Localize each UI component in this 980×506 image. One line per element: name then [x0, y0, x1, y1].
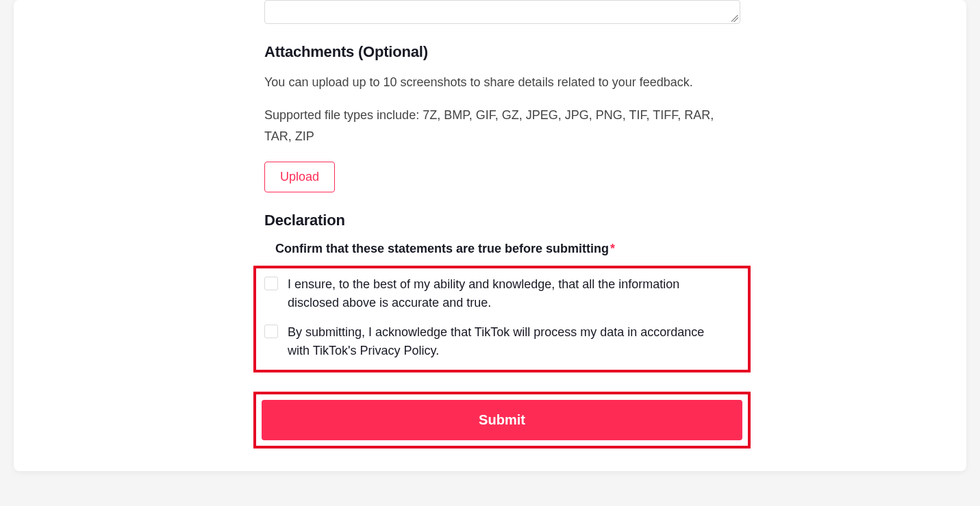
declaration-highlight-box: I ensure, to the best of my ability and …: [253, 266, 751, 372]
feedback-textarea[interactable]: [264, 0, 740, 24]
declaration-statement-1: I ensure, to the best of my ability and …: [288, 275, 726, 312]
attachments-heading: Attachments (Optional): [264, 43, 744, 61]
declaration-confirm-label: Confirm that these statements are true b…: [275, 242, 744, 256]
declaration-confirm-text: Confirm that these statements are true b…: [275, 242, 609, 255]
upload-button[interactable]: Upload: [264, 162, 335, 192]
declaration-statement-2: By submitting, I acknowledge that TikTok…: [288, 323, 726, 360]
declaration-statement-row: By submitting, I acknowledge that TikTok…: [264, 323, 740, 360]
declaration-heading: Declaration: [264, 212, 744, 229]
form-card: Attachments (Optional) You can upload up…: [14, 0, 966, 471]
attachments-helper-text: You can upload up to 10 screenshots to s…: [264, 73, 744, 92]
submit-highlight-box: Submit: [253, 392, 751, 448]
declaration-statement-row: I ensure, to the best of my ability and …: [264, 275, 740, 312]
attachments-supported-text: Supported file types include: 7Z, BMP, G…: [264, 105, 740, 148]
form-content: Attachments (Optional) You can upload up…: [264, 0, 744, 448]
required-asterisk: *: [610, 242, 615, 255]
submit-button[interactable]: Submit: [262, 400, 742, 440]
declaration-checkbox-1[interactable]: [264, 277, 278, 290]
declaration-checkbox-2[interactable]: [264, 325, 278, 338]
